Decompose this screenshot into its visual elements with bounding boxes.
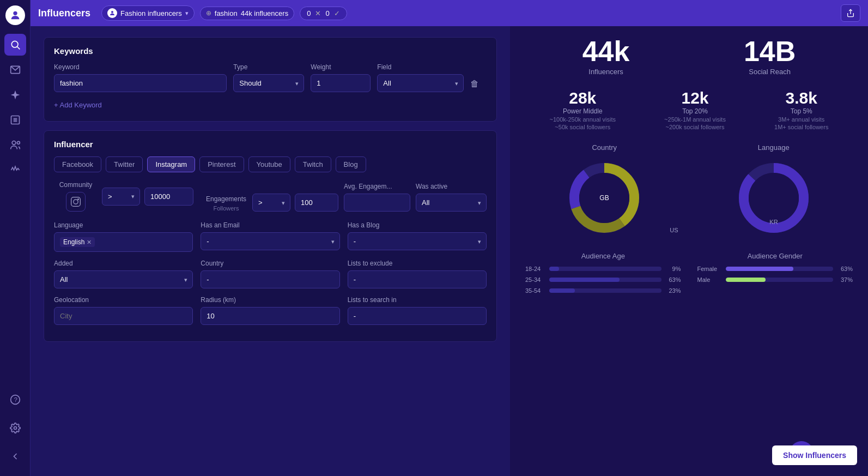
page-title: Influencers — [38, 8, 90, 19]
add-keyword-button[interactable]: + Add Keyword — [54, 98, 102, 112]
svg-text:GB: GB — [600, 194, 609, 202]
svg-text:?: ? — [14, 396, 17, 403]
svg-point-1 — [11, 41, 18, 47]
counter2-check[interactable]: ✓ — [334, 9, 340, 17]
sidebar-item-sparkle[interactable] — [4, 84, 26, 106]
counter1-value: 0 — [307, 9, 311, 17]
age-bar-bg-3554 — [549, 288, 661, 293]
sidebar-item-mail[interactable] — [4, 59, 26, 81]
field-select[interactable]: All Bio Posts — [377, 74, 464, 92]
keyword-weight-wrap: Weight — [311, 63, 371, 92]
age-bar-bg-2534 — [549, 278, 661, 282]
keyword-row: Keyword Type Should Must Must Not — [54, 63, 487, 92]
svg-text:KR: KR — [769, 219, 778, 225]
followers-sublabel: Followers — [204, 205, 248, 212]
has-blog-label: Has a Blog — [348, 221, 487, 229]
country-input[interactable] — [201, 270, 339, 288]
svg-line-2 — [17, 47, 20, 50]
country-label: Country — [201, 260, 339, 267]
sidebar-item-settings[interactable] — [4, 417, 26, 439]
community-label: Community — [54, 181, 98, 189]
age-row-1824: 18-24 9% — [525, 266, 681, 272]
has-blog-select[interactable]: - Yes No — [348, 232, 487, 250]
has-email-select[interactable]: - Yes No — [201, 232, 339, 250]
keyword-delete-btn[interactable]: 🗑 — [470, 79, 479, 89]
weight-input[interactable] — [311, 74, 371, 92]
age-pct-2534: 63% — [666, 276, 681, 283]
age-label-2534: 25-34 — [525, 276, 545, 283]
svg-point-0 — [13, 11, 17, 15]
show-influencers-button[interactable]: Show Influencers — [772, 445, 857, 465]
age-bar-fill-3554 — [549, 288, 575, 293]
sidebar-item-collapse[interactable] — [4, 445, 26, 467]
sidebar-item-wave[interactable] — [4, 159, 26, 181]
sidebar-logo — [5, 5, 25, 25]
counter-pill: 0 ✕ 0 ✓ — [300, 7, 347, 20]
country-chart: Country GB — [525, 143, 684, 239]
added-select[interactable]: All Last week Last month — [54, 270, 193, 288]
platform-instagram[interactable]: Instagram — [147, 156, 195, 172]
power-middle-count: 28k — [550, 89, 616, 107]
sidebar: ? — [0, 0, 31, 476]
language-tag-remove[interactable]: ✕ — [87, 239, 92, 246]
gender-label-female: Female — [697, 266, 721, 272]
avg-eng-input[interactable] — [344, 194, 410, 212]
keyword-label: Keyword — [54, 63, 227, 71]
keyword-pill-count: 44k influencers — [241, 9, 288, 17]
was-active-select[interactable]: All Last 7 days Last 30 days Last 90 day… — [416, 194, 487, 212]
power-middle-sub1: ~100k-250k annual visits — [550, 116, 616, 123]
platform-facebook[interactable]: Facebook — [54, 156, 101, 172]
language-label: Language — [54, 221, 193, 229]
gender-pct-female: 63% — [837, 266, 853, 272]
language-tag-input[interactable]: English ✕ — [54, 232, 193, 252]
age-bar-fill-2534 — [549, 278, 620, 282]
gender-bar-fill-female — [726, 267, 793, 271]
lists-exclude-input[interactable] — [348, 270, 487, 288]
top5-sub2: 1M+ social followers — [774, 124, 828, 130]
filter-grid: Language English ✕ Has an Email - — [54, 221, 487, 325]
field-label: Field — [377, 63, 464, 71]
influencer-section: Influencer Facebook Twitter Instagram Pi… — [44, 130, 497, 342]
type-select[interactable]: Should Must Must Not — [233, 74, 304, 92]
sidebar-item-search[interactable] — [4, 34, 26, 56]
top5-count: 3.8k — [774, 89, 828, 107]
platform-twitch[interactable]: Twitch — [295, 156, 331, 172]
community-value-input[interactable] — [144, 188, 193, 206]
lists-search-input[interactable] — [348, 307, 487, 325]
stat-social-reach: 14B Social Reach — [744, 37, 796, 76]
platform-pinterest[interactable]: Pinterest — [199, 156, 244, 172]
platform-blog[interactable]: Blog — [336, 156, 366, 172]
share-button[interactable] — [841, 4, 860, 22]
audience-gender-chart: Audience Gender Female 63% Male 37% — [697, 252, 853, 298]
eng-value-input[interactable] — [295, 194, 338, 212]
platform-twitter[interactable]: Twitter — [106, 156, 143, 172]
svg-point-18 — [78, 199, 79, 200]
gender-bar-bg-male — [726, 278, 834, 282]
filter-pill-icon — [107, 8, 117, 18]
gender-row-male: Male 37% — [697, 276, 853, 283]
keyword-input[interactable] — [54, 74, 227, 92]
top5-label: Top 5% — [774, 107, 828, 115]
filter-pill[interactable]: Fashion influencers ▾ — [101, 5, 195, 21]
radius-filter: Radius (km) — [201, 296, 339, 325]
audience-age-chart: Audience Age 18-24 9% 25-34 63% — [525, 252, 681, 298]
sidebar-item-list[interactable] — [4, 109, 26, 131]
lists-search-filter: Lists to search in — [348, 296, 487, 325]
power-middle-sub2: ~50k social followers — [550, 124, 616, 130]
radius-input[interactable] — [201, 307, 339, 325]
keyword-pill: ⊕ fashion 44k influencers — [200, 7, 294, 20]
has-blog-filter: Has a Blog - Yes No — [348, 221, 487, 252]
type-select-wrap: Should Must Must Not — [233, 74, 304, 92]
sidebar-item-users[interactable] — [4, 134, 26, 156]
geolocation-filter: Geolocation — [54, 296, 193, 325]
eng-operator-select[interactable]: > < — [252, 194, 290, 212]
engagements-group: Engagements Followers > < — [204, 194, 338, 212]
platform-youtube[interactable]: Youtube — [248, 156, 290, 172]
sidebar-bottom: ? — [4, 389, 26, 471]
geolocation-input[interactable] — [54, 307, 193, 325]
community-operator-select[interactable]: > < = — [102, 188, 140, 206]
sidebar-item-help[interactable]: ? — [4, 389, 26, 411]
counter1-clear[interactable]: ✕ — [315, 9, 321, 17]
audience-age-title: Audience Age — [525, 252, 681, 260]
added-label: Added — [54, 260, 193, 267]
